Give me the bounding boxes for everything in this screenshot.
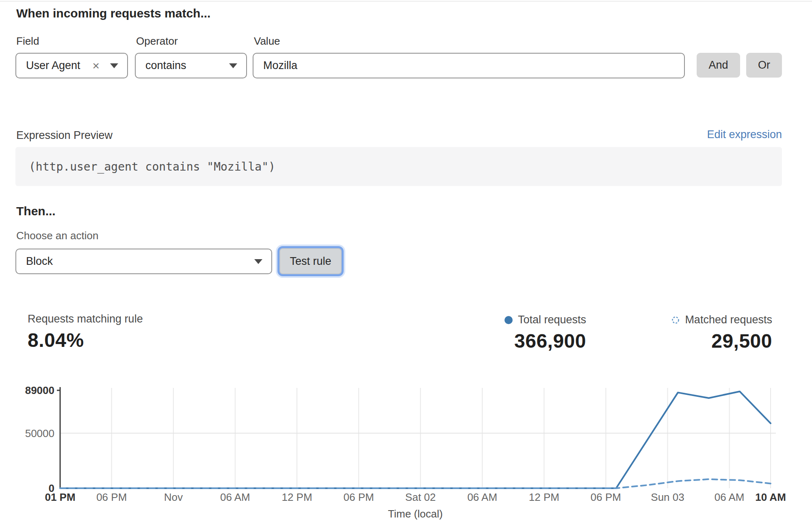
action-select-value: Block [26, 255, 254, 268]
svg-text:Nov: Nov [164, 491, 183, 503]
svg-text:Sun 03: Sun 03 [651, 491, 684, 503]
edit-expression-link[interactable]: Edit expression [707, 128, 782, 141]
expression-code: (http.user_agent contains "Mozilla") [29, 160, 275, 173]
svg-text:89000: 89000 [25, 384, 54, 396]
svg-text:06 AM: 06 AM [715, 491, 745, 503]
stat-total-label: Total requests [518, 314, 586, 326]
clear-field-icon[interactable]: × [92, 60, 100, 72]
value-label: Value [254, 35, 280, 48]
chevron-down-icon [229, 63, 237, 68]
value-input[interactable] [253, 53, 685, 78]
expression-code-block: (http.user_agent contains "Mozilla") [15, 147, 782, 186]
svg-text:Time (local): Time (local) [388, 508, 443, 520]
svg-text:10 AM: 10 AM [755, 491, 786, 503]
stat-total-value: 366,900 [505, 330, 586, 352]
page-title: When incoming requests match... [16, 6, 210, 20]
choose-action-label: Choose an action [16, 229, 98, 242]
stat-matching: Requests matching rule 8.04% [28, 313, 143, 351]
legend-total-icon [505, 316, 513, 324]
field-select[interactable]: User Agent × [15, 53, 128, 78]
field-label: Field [16, 35, 39, 48]
svg-text:06 AM: 06 AM [467, 491, 497, 503]
action-select[interactable]: Block [15, 249, 272, 274]
svg-text:06 PM: 06 PM [96, 491, 127, 503]
requests-chart-svg: 0500008900001 PM06 PMNov06 AM12 PM06 PMS… [0, 378, 812, 524]
field-select-value: User Agent [26, 59, 92, 72]
stat-matching-label: Requests matching rule [28, 313, 143, 325]
and-button[interactable]: And [697, 53, 740, 78]
operator-select-value: contains [145, 59, 229, 72]
svg-text:Sat 02: Sat 02 [405, 491, 436, 503]
svg-text:06 AM: 06 AM [220, 491, 250, 503]
operator-label: Operator [136, 35, 178, 48]
svg-text:12 PM: 12 PM [529, 491, 559, 503]
section-divider [0, 1, 812, 2]
svg-text:50000: 50000 [25, 427, 54, 439]
chevron-down-icon [110, 63, 118, 68]
stat-matched: Matched requests 29,500 [671, 314, 772, 352]
legend-matched-icon [671, 316, 680, 324]
stat-matched-label: Matched requests [685, 314, 772, 326]
stat-matched-value: 29,500 [671, 330, 772, 352]
test-rule-button[interactable]: Test rule [279, 248, 342, 274]
svg-text:06 PM: 06 PM [344, 491, 374, 503]
stat-matching-value: 8.04% [28, 329, 143, 351]
svg-text:01 PM: 01 PM [45, 491, 75, 503]
expression-preview-label: Expression Preview [16, 129, 113, 142]
stat-total: Total requests 366,900 [505, 314, 586, 352]
svg-text:06 PM: 06 PM [591, 491, 621, 503]
requests-chart: 0500008900001 PM06 PMNov06 AM12 PM06 PMS… [0, 378, 812, 524]
then-title: Then... [16, 204, 56, 218]
svg-text:12 PM: 12 PM [281, 491, 312, 503]
or-button[interactable]: Or [746, 53, 782, 78]
operator-select[interactable]: contains [135, 53, 247, 78]
chevron-down-icon [254, 259, 262, 264]
